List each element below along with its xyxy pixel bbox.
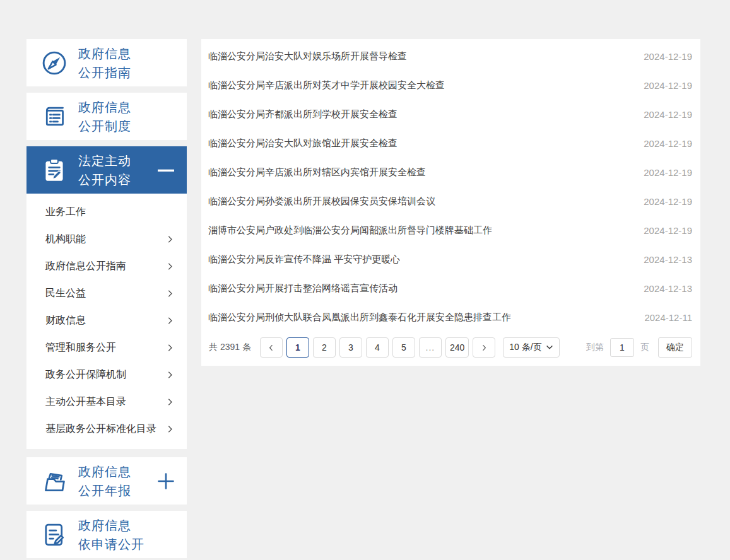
prev-page-button[interactable] — [260, 337, 283, 358]
next-page-button[interactable] — [473, 337, 495, 358]
sidebar-item-label: 政府信息 公开年报 — [78, 462, 155, 500]
content-panel: 临淄公安分局治安大队对娱乐场所开展督导检查 2024-12-19 临淄公安分局辛… — [201, 39, 700, 366]
chevron-down-icon — [546, 344, 553, 351]
news-date: 2024-12-19 — [644, 196, 692, 207]
page-button-240[interactable]: 240 — [445, 337, 469, 358]
news-row[interactable]: 淄博市公安局户政处到临淄公安分局闻韶派出所督导门楼牌基础工作 2024-12-1… — [201, 216, 700, 245]
news-date: 2024-12-19 — [644, 167, 692, 178]
news-title-link[interactable]: 临淄公安分局辛店派出所对辖区内宾馆开展安全检查 — [208, 166, 426, 178]
news-date: 2024-12-19 — [644, 225, 692, 236]
submenu-item-disclosure-guide[interactable]: 政府信息公开指南 — [26, 253, 187, 280]
page-button-4[interactable]: 4 — [366, 337, 389, 358]
submenu-item-business[interactable]: 业务工作 — [26, 199, 187, 226]
sidebar-submenu: 业务工作 机构职能 政府信息公开指南 民生公益 财 — [26, 194, 187, 449]
register-icon — [40, 102, 69, 131]
news-title-link[interactable]: 淄博市公安局户政处到临淄公安分局闻韶派出所督导门楼牌基础工作 — [208, 225, 492, 236]
submenu-item-functions[interactable]: 机构职能 — [26, 226, 187, 253]
sidebar-item-label: 政府信息 依申请公开 — [78, 516, 155, 554]
news-title-link[interactable]: 临淄公安分局开展打击整治网络谣言宣传活动 — [208, 283, 397, 295]
doc-pen-icon — [40, 520, 69, 549]
sidebar-item-system[interactable]: 政府信息 公开制度 — [26, 93, 187, 140]
page-button-5[interactable]: 5 — [392, 337, 415, 358]
page-size-select[interactable]: 10 条/页 — [503, 337, 559, 358]
news-row[interactable]: 临淄公安分局治安大队对旅馆业开展安全检查 2024-12-19 — [201, 129, 700, 158]
chevron-right-icon — [165, 235, 175, 245]
news-row[interactable]: 临淄公安分局治安大队对娱乐场所开展督导检查 2024-12-19 — [201, 42, 700, 71]
sidebar-item-annual-report[interactable]: 政府信息 公开年报 — [26, 457, 187, 505]
collapse-icon[interactable] — [155, 160, 177, 181]
news-date: 2024-12-19 — [644, 138, 692, 149]
news-title-link[interactable]: 临淄公安分局治安大队对旅馆业开展安全检查 — [208, 137, 397, 149]
news-list: 临淄公安分局治安大队对娱乐场所开展督导检查 2024-12-19 临淄公安分局辛… — [201, 39, 700, 332]
compass-icon — [40, 49, 69, 78]
goto-suffix-label: 页 — [640, 342, 649, 353]
chevron-right-icon — [165, 343, 175, 353]
chevron-right-icon — [480, 344, 488, 352]
news-date: 2024-12-19 — [644, 80, 692, 91]
news-title-link[interactable]: 临淄公安分局刑侦大队联合凤凰派出所到鑫泰石化开展安全隐患排查工作 — [208, 312, 511, 324]
goto-page-input[interactable] — [610, 338, 634, 357]
news-row[interactable]: 临淄公安分局刑侦大队联合凤凰派出所到鑫泰石化开展安全隐患排查工作 2024-12… — [201, 303, 700, 332]
news-title-link[interactable]: 临淄公安分局齐都派出所到学校开展安全检查 — [208, 108, 397, 120]
chevron-right-icon — [165, 289, 175, 299]
sidebar-item-request[interactable]: 政府信息 依申请公开 — [26, 511, 187, 558]
news-date: 2024-12-13 — [644, 283, 692, 294]
submenu-item-basic-catalog[interactable]: 主动公开基本目录 — [26, 388, 187, 416]
total-count-label: 共 2391 条 — [209, 342, 251, 353]
news-date: 2024-12-19 — [644, 51, 692, 62]
submenu-item-safeguard[interactable]: 政务公开保障机制 — [26, 361, 187, 388]
news-title-link[interactable]: 临淄公安分局治安大队对娱乐场所开展督导检查 — [208, 50, 407, 62]
chevron-right-icon — [165, 316, 175, 326]
page-button-1[interactable]: 1 — [286, 337, 309, 358]
sidebar-item-label: 政府信息 公开制度 — [78, 98, 155, 136]
sidebar-item-guide[interactable]: 政府信息 公开指南 — [26, 39, 187, 86]
news-row[interactable]: 临淄公安分局开展打击整治网络谣言宣传活动 2024-12-13 — [201, 274, 700, 303]
news-title-link[interactable]: 临淄公安分局反诈宣传不降温 平安守护更暖心 — [208, 254, 400, 265]
news-date: 2024-12-13 — [644, 254, 692, 265]
pagination-bar: 共 2391 条 1 2 3 4 5 ... 240 10 条/页 — [206, 337, 692, 358]
goto-prefix-label: 到第 — [586, 342, 604, 353]
news-title-link[interactable]: 临淄公安分局辛店派出所对英才中学开展校园安全大检查 — [208, 79, 445, 91]
submenu-item-finance[interactable]: 财政信息 — [26, 307, 187, 334]
confirm-button[interactable]: 确定 — [658, 337, 692, 358]
page-button-2[interactable]: 2 — [313, 337, 336, 358]
submenu-item-grassroots-catalog[interactable]: 基层政务公开标准化目录 — [26, 416, 187, 443]
submenu-item-management[interactable]: 管理和服务公开 — [26, 334, 187, 361]
news-row[interactable]: 临淄公安分局辛店派出所对英才中学开展校园安全大检查 2024-12-19 — [201, 71, 700, 100]
folder-docs-icon — [40, 467, 69, 496]
news-date: 2024-12-19 — [644, 109, 692, 120]
sidebar-item-label: 法定主动 公开内容 — [78, 151, 155, 189]
news-row[interactable]: 临淄公安分局反诈宣传不降温 平安守护更暖心 2024-12-13 — [201, 245, 700, 274]
news-row[interactable]: 临淄公安分局齐都派出所到学校开展安全检查 2024-12-19 — [201, 100, 700, 129]
chevron-right-icon — [165, 424, 175, 435]
submenu-item-livelihood[interactable]: 民生公益 — [26, 280, 187, 307]
chevron-left-icon — [267, 344, 275, 352]
sidebar-item-legal-active[interactable]: 法定主动 公开内容 — [26, 146, 187, 194]
sidebar-item-label: 政府信息 公开指南 — [78, 44, 155, 82]
goto-page-group: 到第 页 确定 — [586, 337, 692, 358]
sidebar: 政府信息 公开指南 政府信息 公开制度 — [26, 39, 187, 558]
news-title-link[interactable]: 临淄公安分局孙娄派出所开展校园保安员安保培训会议 — [208, 195, 435, 207]
news-row[interactable]: 临淄公安分局孙娄派出所开展校园保安员安保培训会议 2024-12-19 — [201, 187, 700, 216]
expand-icon[interactable] — [155, 470, 177, 492]
page-button-3[interactable]: 3 — [339, 337, 362, 358]
chevron-right-icon — [165, 262, 175, 272]
clipboard-edit-icon — [40, 156, 69, 185]
more-pages-button[interactable]: ... — [419, 337, 442, 358]
chevron-right-icon — [165, 397, 175, 407]
news-row[interactable]: 临淄公安分局辛店派出所对辖区内宾馆开展安全检查 2024-12-19 — [201, 158, 700, 187]
news-date: 2024-12-11 — [644, 312, 692, 323]
page: 政府信息 公开指南 政府信息 公开制度 — [0, 0, 730, 560]
chevron-right-icon — [165, 370, 175, 380]
